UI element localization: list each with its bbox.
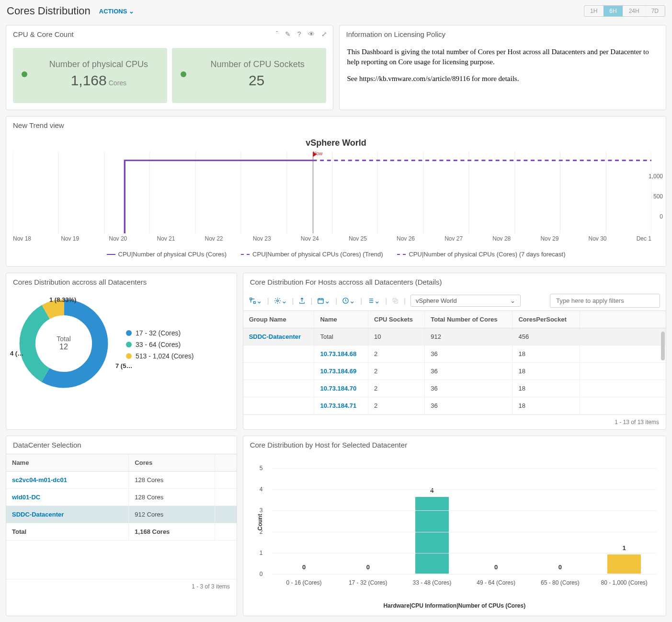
donut-center-value: 12 — [16, 343, 112, 351]
bar[interactable]: 0 49 - 64 (Cores) — [464, 564, 528, 574]
collapse-icon[interactable]: ˆ — [276, 30, 278, 38]
table-row[interactable]: SDDC-Datacenter912 Cores — [6, 506, 237, 523]
list-icon[interactable]: ⌄ — [367, 297, 380, 305]
column-header[interactable]: Name — [6, 454, 129, 472]
card-label: Number of CPU Sockets — [194, 59, 321, 69]
page-title: Cores Distribution — [7, 5, 91, 17]
bar-value: 1 — [623, 544, 626, 552]
trend-view-panel: New Trend view vSphere World — [6, 116, 666, 267]
time-range-1H[interactable]: 1H — [584, 6, 604, 16]
bar[interactable]: 0 65 - 80 (Cores) — [528, 564, 592, 574]
bar-chart-panel: Core Distribution by Host for Selected D… — [243, 436, 666, 616]
table-row[interactable]: wld01-DC128 Cores — [6, 489, 237, 506]
gear-icon[interactable]: ⌄ — [274, 297, 287, 305]
svg-rect-23 — [318, 299, 323, 303]
panel-title: Information on Licensing Policy — [340, 25, 666, 43]
column-header[interactable]: Cores — [129, 454, 215, 472]
scope-selector[interactable]: vSphere World⌄ — [410, 295, 521, 307]
slice-label: 1 (8.33%) — [49, 296, 76, 303]
info-paragraph: This Dashboard is giving the total numbe… — [347, 47, 659, 67]
trend-subtitle: vSphere World — [6, 134, 666, 152]
panel-title: Core Distribution by Host for Selected D… — [243, 436, 666, 454]
actions-label: ACTIONS — [99, 8, 127, 15]
eye-icon[interactable]: 👁 — [308, 30, 315, 38]
x-axis-label: Hardware|CPU Information|Number of CPUs … — [243, 602, 666, 616]
column-header[interactable]: Total Number of Cores — [425, 311, 513, 328]
bar-category: 65 - 80 (Cores) — [541, 579, 580, 586]
table-row[interactable]: 10.73.184.6823618 — [243, 346, 666, 363]
donut-center-label: Total — [16, 335, 112, 343]
column-header[interactable]: CoresPerSocket — [513, 311, 580, 328]
details-toolbar: ⌄ | ⌄ | | ⌄ | ⌄ | ⌄ | | vSphere World⌄ — [243, 291, 666, 311]
panel-title: New Trend view — [6, 116, 666, 134]
bar-category: 33 - 48 (Cores) — [413, 579, 452, 586]
trend-chart[interactable]: Now — [13, 152, 651, 233]
donut-panel: Cores Distribution accross all Datacente… — [6, 273, 237, 430]
edit-icon[interactable]: ✎ — [285, 30, 291, 38]
table-row[interactable]: sc2vc04-m01-dc01128 Cores — [6, 472, 237, 489]
metric-card[interactable]: Number of CPU Sockets 25 — [172, 48, 326, 103]
export-icon[interactable] — [298, 297, 306, 304]
table-row[interactable]: 10.73.184.6923618 — [243, 363, 666, 380]
table-row[interactable]: SDDC-DatacenterTotal10912456 — [243, 328, 666, 346]
datacenter-table[interactable]: NameCores sc2vc04-m01-dc01128 Coreswld01… — [6, 454, 237, 541]
filter-input[interactable] — [550, 294, 660, 308]
legend-dot-icon — [126, 342, 132, 347]
table-row[interactable]: 10.73.184.7123618 — [243, 397, 666, 415]
legend-item[interactable]: 513 - 1,024 (Cores) — [126, 352, 194, 360]
host-details-panel: Core Distribution For Hosts accross all … — [243, 273, 666, 430]
table-row[interactable]: Total1,168 Cores — [6, 523, 237, 541]
svg-point-22 — [276, 300, 278, 302]
time-range-selector[interactable]: 1H6H24H7D — [584, 5, 665, 17]
column-header[interactable]: Group Name — [243, 311, 314, 328]
host-details-table[interactable]: Group NameNameCPU SocketsTotal Number of… — [243, 311, 666, 415]
bar-value: 0 — [494, 564, 498, 571]
column-header[interactable]: Name — [314, 311, 368, 328]
table-footer: 1 - 3 of 3 items — [6, 579, 237, 594]
bar-value: 4 — [430, 487, 433, 494]
table-footer: 1 - 13 of 13 items — [243, 415, 666, 429]
metric-card[interactable]: Number of physical CPUs 1,168Cores — [13, 48, 167, 103]
svg-rect-21 — [253, 301, 255, 303]
time-range-6H[interactable]: 6H — [604, 6, 623, 16]
clock-icon[interactable]: ⌄ — [342, 297, 355, 305]
slice-label: 7 (5… — [115, 362, 132, 369]
calendar-icon[interactable]: ⌄ — [317, 297, 330, 305]
time-range-7D[interactable]: 7D — [646, 6, 665, 16]
y-axis-ticks: 1,000 500 0 — [649, 173, 663, 233]
card-label: Number of physical CPUs — [35, 59, 162, 69]
bar-category: 80 - 1,000 (Cores) — [601, 579, 647, 586]
bar-value: 0 — [558, 564, 562, 571]
datacenter-selection-panel: DataCenter Selection NameCores sc2vc04-m… — [6, 436, 237, 616]
status-dot-icon — [22, 71, 27, 77]
bar-chart[interactable]: 0 0 - 16 (Cores)0 17 - 32 (Cores)4 33 - … — [272, 463, 656, 588]
help-icon[interactable]: ? — [297, 30, 301, 38]
now-label: Now — [313, 151, 323, 156]
bar[interactable]: 1 80 - 1,000 (Cores) — [592, 544, 656, 574]
status-dot-icon — [181, 71, 186, 77]
bar-value: 0 — [366, 564, 370, 571]
legend-item[interactable]: 17 - 32 (Cores) — [126, 329, 194, 337]
actions-dropdown[interactable]: ACTIONS ⌄ — [99, 8, 135, 15]
legend-dot-icon — [126, 353, 132, 359]
scrollbar[interactable] — [661, 332, 665, 360]
info-paragraph: See https://kb.vmware.com/s/article/8911… — [347, 74, 659, 84]
bar-category: 49 - 64 (Cores) — [477, 579, 515, 586]
chevron-down-icon: ⌄ — [129, 8, 134, 15]
legend-item[interactable]: 33 - 64 (Cores) — [126, 341, 194, 348]
bar-value: 0 — [302, 564, 306, 571]
panel-title: Cores Distribution accross all Datacente… — [6, 273, 237, 291]
bar[interactable]: 4 33 - 48 (Cores) — [400, 487, 464, 574]
time-range-24H[interactable]: 24H — [623, 6, 646, 16]
bar[interactable]: 0 17 - 32 (Cores) — [336, 564, 400, 574]
hierarchy-icon[interactable]: ⌄ — [249, 297, 262, 305]
expand-icon[interactable]: ⤢ — [321, 30, 327, 38]
panel-title: DataCenter Selection — [6, 436, 237, 454]
column-header[interactable]: CPU Sockets — [368, 311, 425, 328]
legend-dot-icon — [126, 330, 132, 336]
x-axis-ticks: Nov 18Nov 19Nov 20Nov 21Nov 22Nov 23Nov … — [13, 235, 651, 242]
card-value: 1,168Cores — [35, 72, 162, 89]
table-row[interactable]: 10.73.184.7023618 — [243, 380, 666, 397]
card-value: 25 — [194, 72, 321, 89]
bar[interactable]: 0 0 - 16 (Cores) — [272, 564, 336, 574]
